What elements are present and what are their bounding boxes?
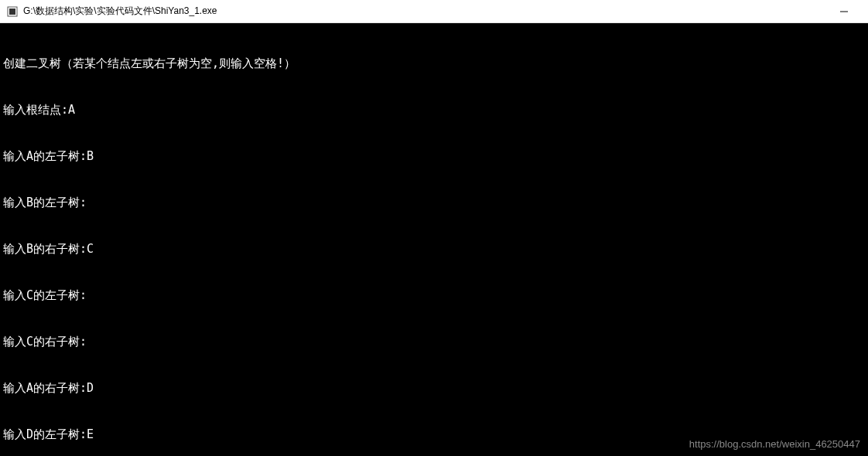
console-line: 输入根结点:A [3,102,865,117]
console-line: 输入B的右子树:C [3,241,865,257]
svg-rect-1 [9,9,15,15]
console-line: 输入A的右子树:D [3,380,865,396]
minimize-button[interactable] [826,0,862,23]
console-line: 输入B的左子树: [3,195,865,210]
console-output[interactable]: 创建二叉树（若某个结点左或右子树为空,则输入空格!） 输入根结点:A 输入A的左… [0,23,868,456]
console-line: 输入C的右子树: [3,334,865,349]
console-line: 创建二叉树（若某个结点左或右子树为空,则输入空格!） [3,56,865,71]
title-bar: G:\数据结构\实验\实验代码文件\ShiYan3_1.exe [0,0,868,23]
console-line: 输入C的左子树: [3,288,865,303]
window-title: G:\数据结构\实验\实验代码文件\ShiYan3_1.exe [23,5,826,18]
watermark-text: https://blog.csdn.net/weixin_46250447 [689,437,860,452]
app-icon [6,5,19,18]
window-controls [826,0,862,23]
console-line: 输入A的左子树:B [3,148,865,164]
